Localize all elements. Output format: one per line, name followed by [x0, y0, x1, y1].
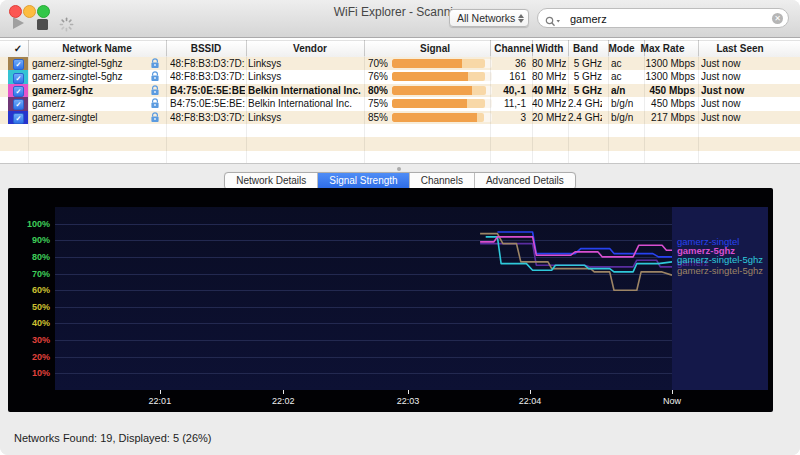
- y-axis-label: 60%: [8, 285, 50, 296]
- table-header: ✓Network NameBSSIDVendorSignalChannelWid…: [0, 40, 800, 58]
- column-separator[interactable]: [246, 40, 247, 56]
- column-header-channel[interactable]: Channel: [492, 43, 536, 54]
- y-axis-label: 100%: [8, 219, 50, 230]
- width-cell: 20 MHz: [532, 112, 566, 124]
- column-header-check[interactable]: ✓: [8, 43, 28, 54]
- max-rate-cell: 450 Mbps: [643, 85, 695, 97]
- empty-table-row: [0, 137, 800, 150]
- bssid-cell: B4:75:0E:5E:BE:44: [170, 85, 245, 97]
- channel-cell: 161: [470, 71, 526, 83]
- network-checkbox[interactable]: ✓: [13, 86, 24, 97]
- clear-search-icon[interactable]: ✕: [772, 13, 783, 24]
- table-row[interactable]: ✓gamerz-singtel-5ghz48:F8:B3:D3:7D:E7Lin…: [0, 70, 800, 83]
- column-separator[interactable]: [364, 40, 365, 56]
- column-separator[interactable]: [568, 40, 569, 56]
- x-axis-label: 22:01: [138, 396, 182, 406]
- column-header-last_seen[interactable]: Last Seen: [712, 43, 768, 54]
- mode-cell: b/g/n: [611, 98, 641, 110]
- column-separator: [644, 56, 645, 163]
- max-rate-cell: 217 Mbps: [643, 112, 695, 124]
- network-name-cell: gamerz: [32, 98, 146, 110]
- network-name-cell: gamerz-singtel-5ghz: [32, 71, 146, 83]
- y-axis-label: 70%: [8, 269, 50, 280]
- app-window: WiFi Explorer - Scanning All Netwo: [0, 0, 800, 455]
- signal-percent-cell: 76%: [352, 71, 388, 83]
- table-row[interactable]: ✓gamerzB4:75:0E:5E:BE:43Belkin Internati…: [0, 97, 800, 110]
- tab-channels[interactable]: Channels: [410, 173, 475, 189]
- stop-scan-button[interactable]: [37, 19, 48, 30]
- signal-percent-cell: 85%: [352, 112, 388, 124]
- column-separator: [246, 56, 247, 163]
- channel-cell: 40,-1: [470, 85, 526, 97]
- x-axis-tick: [672, 390, 673, 394]
- x-axis-label: 22:03: [386, 396, 430, 406]
- band-cell: 5 GHz: [568, 58, 602, 70]
- last-seen-cell: Just now: [701, 112, 789, 124]
- network-checkbox[interactable]: ✓: [13, 99, 24, 110]
- chart-legend: gamerzgamerz-singtel-5ghzgamerz-singtelg…: [672, 207, 768, 390]
- table-bottom-border: [0, 163, 800, 164]
- table-row[interactable]: ✓gamerz-singtel48:F8:B3:D3:7D:E5Linksys8…: [0, 111, 800, 124]
- search-input[interactable]: [568, 10, 767, 28]
- tab-signal-strength[interactable]: Signal Strength: [318, 173, 409, 189]
- legend-label: gamerz-5ghz: [677, 245, 735, 256]
- minimize-button[interactable]: [23, 5, 36, 18]
- titlebar: WiFi Explorer - Scanning All Netwo: [0, 0, 800, 38]
- signal-strength-chart: gamerzgamerz-singtel-5ghzgamerz-singtelg…: [8, 188, 773, 412]
- mode-cell: ac: [611, 58, 641, 70]
- y-axis-label: 20%: [8, 352, 50, 363]
- column-separator[interactable]: [28, 40, 29, 56]
- network-checkbox[interactable]: ✓: [13, 59, 24, 70]
- column-separator[interactable]: [532, 40, 533, 56]
- column-header-name[interactable]: Network Name: [32, 43, 162, 54]
- last-seen-cell: Just now: [701, 85, 789, 97]
- column-separator: [698, 56, 699, 163]
- column-header-vendor[interactable]: Vendor: [248, 43, 372, 54]
- column-header-bssid[interactable]: BSSID: [170, 43, 242, 54]
- tab-advanced-details[interactable]: Advanced Details: [475, 173, 575, 189]
- mode-cell: a/n: [611, 85, 641, 97]
- band-cell: 5 GHz: [568, 71, 602, 83]
- column-separator[interactable]: [608, 40, 609, 56]
- column-separator[interactable]: [698, 40, 699, 56]
- lock-icon: [150, 112, 161, 123]
- x-axis-tick: [160, 390, 161, 394]
- network-color-swatch: ✓: [8, 111, 28, 124]
- network-filter-value: All Networks: [457, 12, 515, 24]
- column-header-max_rate[interactable]: Max Rate: [640, 43, 685, 54]
- splitter-drag-handle[interactable]: [397, 167, 401, 171]
- search-field[interactable]: ✕: [537, 8, 789, 28]
- column-header-mode[interactable]: Mode: [607, 43, 636, 54]
- tab-network-details[interactable]: Network Details: [225, 173, 318, 189]
- start-scan-icon[interactable]: [13, 17, 24, 29]
- column-separator: [166, 56, 167, 163]
- bssid-cell: 48:F8:B3:D3:7D:E6: [170, 58, 245, 70]
- x-axis-tick: [530, 390, 531, 394]
- column-header-signal[interactable]: Signal: [392, 43, 478, 54]
- band-cell: 5 GHz: [568, 85, 602, 97]
- mode-cell: b/g/n: [611, 112, 641, 124]
- column-separator: [28, 56, 29, 163]
- last-seen-cell: Just now: [701, 71, 789, 83]
- table-row[interactable]: ✓gamerz-singtel-5ghz48:F8:B3:D3:7D:E6Lin…: [0, 57, 800, 70]
- network-color-swatch: ✓: [8, 97, 28, 110]
- network-checkbox[interactable]: ✓: [13, 73, 24, 84]
- column-separator[interactable]: [166, 40, 167, 56]
- bssid-cell: 48:F8:B3:D3:7D:E5: [170, 112, 245, 124]
- column-header-band[interactable]: Band: [569, 43, 602, 54]
- network-color-swatch: ✓: [8, 70, 28, 83]
- network-name-cell: gamerz-singtel-5ghz: [32, 58, 146, 70]
- network-checkbox[interactable]: ✓: [13, 113, 24, 124]
- column-separator[interactable]: [490, 40, 491, 56]
- network-filter-dropdown[interactable]: All Networks: [449, 9, 529, 27]
- signal-percent-cell: 70%: [352, 58, 388, 70]
- zoom-button[interactable]: [37, 5, 50, 18]
- last-seen-cell: Just now: [701, 58, 789, 70]
- column-separator[interactable]: [644, 40, 645, 56]
- signal-percent-cell: 75%: [352, 98, 388, 110]
- y-axis-label: 30%: [8, 335, 50, 346]
- table-row[interactable]: ✓gamerz-5ghzB4:75:0E:5E:BE:44Belkin Inte…: [0, 84, 800, 97]
- networks-found-status: Networks Found: 19, Displayed: 5 (26%): [14, 432, 211, 444]
- column-header-width[interactable]: Width: [533, 43, 566, 54]
- popup-arrows-icon: [518, 13, 524, 24]
